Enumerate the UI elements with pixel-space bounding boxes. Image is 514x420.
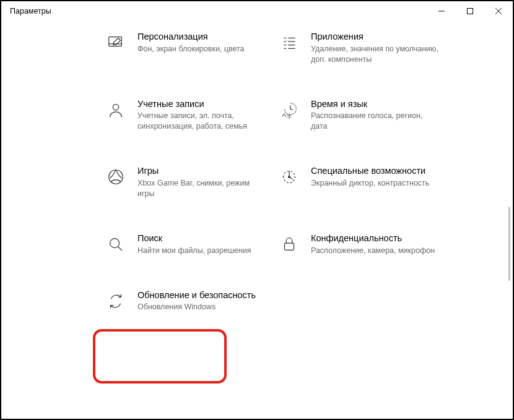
- tile-gaming[interactable]: Игры Xbox Game Bar, снимки, режим игры: [105, 165, 279, 199]
- minimize-button[interactable]: [427, 1, 456, 21]
- accessibility-icon: [279, 166, 300, 187]
- tile-desc: Расположение, камера, микрофон: [311, 246, 435, 256]
- tile-accessibility[interactable]: Специальные возможности Экранный диктор,…: [279, 165, 452, 199]
- svg-point-14: [113, 104, 118, 109]
- tile-desc: Удаление, значения по умолчанию, доп. ко…: [311, 44, 441, 65]
- tile-accounts[interactable]: Учетные записи Учетные записи, эл. почта…: [105, 98, 279, 132]
- tile-time-language[interactable]: A字 Время и язык Распознавание голоса, ре…: [279, 98, 452, 132]
- tile-desc: Учетные записи, эл. почта, синхронизация…: [137, 111, 268, 132]
- close-button[interactable]: [484, 1, 513, 21]
- tile-apps[interactable]: Приложения Удаление, значения по умолчан…: [279, 31, 452, 65]
- tile-title: Поиск: [137, 233, 251, 244]
- tile-title: Игры: [137, 165, 268, 177]
- tile-personalization[interactable]: Персонализация Фон, экран блокировки, цв…: [105, 31, 279, 65]
- apps-icon: [279, 32, 300, 53]
- search-icon: [105, 234, 126, 255]
- tile-title: Учетные записи: [137, 98, 268, 110]
- svg-text:字: 字: [287, 114, 292, 119]
- tile-desc: Xbox Game Bar, снимки, режим игры: [137, 178, 268, 199]
- svg-rect-23: [285, 243, 294, 250]
- svg-rect-1: [468, 9, 473, 14]
- accounts-icon: [105, 100, 126, 121]
- tile-privacy[interactable]: Конфиденциальность Расположение, камера,…: [279, 233, 452, 256]
- settings-content: Персонализация Фон, экран блокировки, цв…: [1, 21, 513, 417]
- svg-line-16: [290, 109, 293, 110]
- gaming-icon: [105, 166, 126, 187]
- privacy-icon: [279, 234, 300, 255]
- tile-desc: Найти мои файлы, разрешения: [137, 246, 251, 256]
- svg-text:A: A: [282, 112, 287, 118]
- tile-title: Персонализация: [137, 31, 245, 43]
- tile-desc: Распознавание голоса, регион, дата: [311, 111, 441, 132]
- tile-title: Конфиденциальность: [311, 233, 435, 244]
- tile-title: Специальные возможности: [311, 165, 429, 177]
- tile-update-security[interactable]: Обновление и безопасность Обновления Win…: [105, 289, 279, 313]
- tile-desc: Обновления Windows: [137, 302, 256, 312]
- time-language-icon: A字: [279, 100, 300, 121]
- personalization-icon: [105, 32, 126, 53]
- tile-title: Обновление и безопасность: [137, 289, 256, 301]
- svg-point-21: [110, 238, 120, 247]
- tile-search[interactable]: Поиск Найти мои файлы, разрешения: [105, 233, 279, 256]
- window-title: Параметры: [10, 7, 51, 15]
- titlebar: Параметры: [1, 1, 513, 21]
- maximize-button[interactable]: [456, 1, 484, 21]
- tile-desc: Фон, экран блокировки, цвета: [137, 44, 245, 54]
- tile-title: Приложения: [311, 31, 441, 43]
- scrollbar[interactable]: [508, 207, 510, 281]
- update-icon: [105, 291, 126, 312]
- svg-point-20: [289, 176, 290, 178]
- svg-line-22: [118, 247, 123, 251]
- tile-title: Время и язык: [311, 98, 441, 110]
- tile-desc: Экранный диктор, контрастность: [311, 178, 429, 189]
- highlight-annotation: [93, 329, 227, 384]
